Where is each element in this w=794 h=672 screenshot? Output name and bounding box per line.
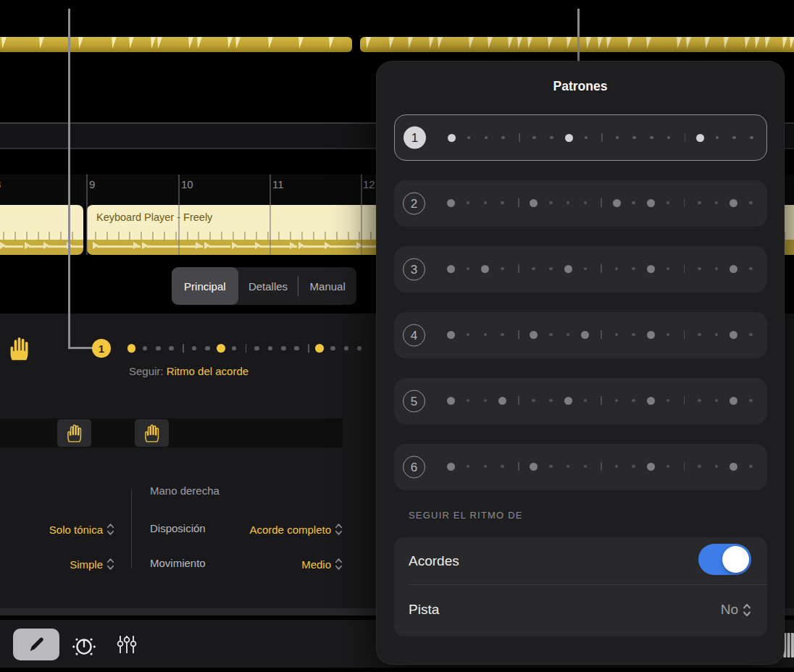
pattern-row-number: 3	[403, 259, 425, 281]
pattern-dot	[666, 399, 670, 403]
pattern-dot	[698, 267, 701, 271]
pattern-dot	[254, 346, 259, 351]
dot-group-divider	[519, 133, 520, 142]
pattern-dot	[715, 465, 719, 469]
pattern-dot	[615, 399, 619, 403]
pattern-dot	[281, 346, 286, 351]
pattern-dot-accent	[647, 463, 655, 471]
tab-detalles[interactable]: Detalles	[238, 267, 298, 305]
keyboard-player-region[interactable]	[0, 205, 83, 255]
pattern-dot-accent	[730, 331, 737, 339]
dot-group-divider	[518, 198, 519, 207]
follow-rhythm-label[interactable]: Seguir: Ritmo del acorde	[129, 365, 248, 377]
tab-principal[interactable]: Principal	[172, 267, 238, 305]
pattern-row-number: 6	[403, 456, 425, 479]
pattern-dot	[484, 465, 488, 469]
transient-mark	[627, 37, 632, 49]
dot-group-divider	[518, 264, 519, 273]
ruler-bar-number: 10	[181, 178, 193, 190]
patterns-popover: Patrones 123456 SEGUIR EL RITMO DE Acord…	[376, 61, 785, 665]
dot-group-divider	[183, 344, 184, 353]
pattern-dot	[615, 465, 619, 469]
pattern-number-badge[interactable]: 1	[92, 339, 111, 358]
track-follow-select[interactable]: No	[721, 602, 751, 618]
beat-tick	[325, 232, 326, 240]
pattern-dot	[698, 465, 701, 469]
edit-pencil-button[interactable]	[13, 629, 59, 660]
transient-mark	[197, 37, 202, 49]
pattern-dot	[715, 333, 719, 337]
transient-mark	[1, 37, 7, 49]
pattern-dot	[169, 346, 174, 351]
transient-mark	[606, 37, 611, 49]
select-value: Simple	[70, 558, 103, 571]
pattern-dot	[501, 333, 504, 337]
pattern-row-5[interactable]: 5	[394, 378, 767, 424]
callout-line	[68, 347, 93, 349]
knob-icon[interactable]	[71, 633, 97, 659]
strum-note-line	[71, 245, 83, 248]
right-hand-select[interactable]: Medio	[174, 557, 343, 571]
left-hand-button[interactable]	[57, 419, 91, 447]
pattern-dot	[716, 136, 719, 140]
left-hand-select[interactable]: Solo tónica	[0, 522, 114, 537]
pattern-dot	[532, 399, 535, 403]
pattern-dot-accent	[730, 265, 737, 273]
transient-mark	[488, 37, 493, 49]
sliders-icon[interactable]	[115, 633, 138, 656]
beat-tick	[38, 232, 39, 240]
strum-note-line	[209, 245, 230, 248]
beat-tick	[198, 232, 199, 240]
beat-tick	[370, 232, 372, 240]
pattern-dot	[549, 333, 553, 337]
beat-tick	[14, 232, 16, 240]
pattern-dot	[501, 465, 504, 469]
pattern-dot	[484, 201, 488, 205]
pattern-row-2[interactable]: 2	[394, 180, 767, 227]
transient-mark	[782, 37, 787, 49]
ruler-bar-number: 11	[272, 178, 284, 190]
pattern-dot-accent	[447, 463, 455, 471]
pattern-dot	[666, 267, 670, 271]
pattern-dot-accent	[696, 134, 704, 142]
pattern-row-1[interactable]: 1	[394, 114, 767, 161]
pattern-row-4[interactable]: 4	[394, 312, 767, 358]
dot-group-divider	[684, 330, 685, 339]
audio-overview-region[interactable]	[0, 37, 352, 52]
pattern-dot	[749, 465, 753, 469]
bottom-black-edge	[0, 668, 794, 672]
garageband-window: 89101112 Keyboard Player - Freely Princi…	[0, 0, 794, 672]
transient-mark	[429, 37, 434, 49]
pattern-dot-accent	[564, 397, 572, 405]
beat-tick	[106, 232, 108, 240]
beat-tick	[209, 232, 211, 240]
right-hand-select[interactable]: Acorde completo	[174, 522, 343, 537]
pattern-row-6[interactable]: 6	[394, 444, 767, 490]
dot-group-divider	[685, 133, 686, 142]
pattern-dot	[632, 399, 635, 403]
chords-label: Acordes	[409, 553, 459, 569]
pattern-row-3[interactable]: 3	[394, 246, 767, 293]
select-value: Acorde completo	[249, 524, 331, 536]
chevron-up-down-icon	[106, 522, 114, 537]
transient-mark	[765, 37, 770, 49]
dot-group-divider	[246, 344, 247, 353]
left-hand-select[interactable]: Simple	[0, 557, 114, 571]
chords-toggle[interactable]	[698, 544, 751, 575]
pattern-dot-accent	[730, 199, 737, 207]
transient-mark	[78, 37, 83, 49]
beat-tick	[244, 232, 246, 240]
bar-gridline	[86, 175, 88, 255]
pattern-dot	[632, 136, 636, 140]
pattern-dot	[205, 346, 210, 351]
strum-note-flag	[290, 242, 296, 249]
pattern-dot	[749, 399, 753, 403]
pattern-dot-accent	[498, 397, 506, 405]
pattern-dot	[584, 201, 588, 205]
pattern-dot-accent	[447, 397, 455, 405]
right-hand-button[interactable]	[135, 419, 169, 447]
beat-tick	[175, 232, 177, 240]
pattern-dot	[632, 333, 635, 337]
beat-tick	[152, 232, 154, 240]
tab-manual[interactable]: Manual	[298, 267, 356, 305]
